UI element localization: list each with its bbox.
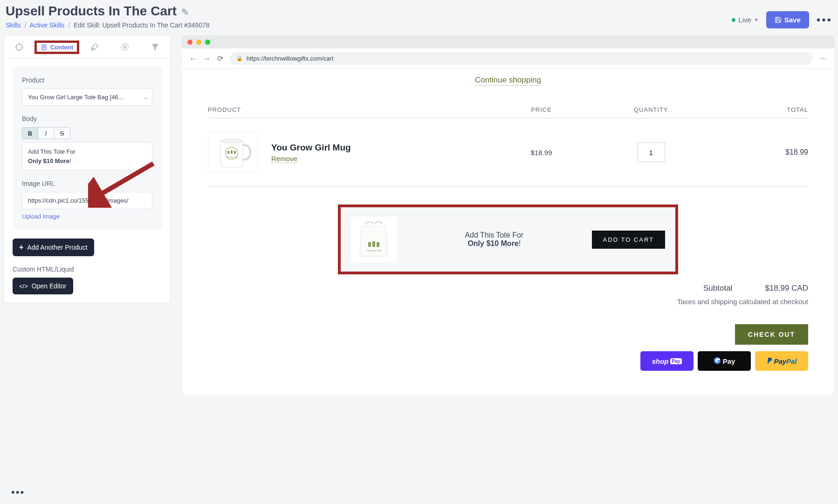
svg-text:You Grow Girl: You Grow Girl [226,156,238,158]
back-icon[interactable]: ← [189,54,197,63]
body-line2-tail: ! [69,157,71,164]
address-bar[interactable]: 🔒 https://birchnwillowgifts.com/cart [230,52,813,65]
window-close-icon[interactable] [187,40,192,45]
product-select-value: You Grow Girl Large Tote Bag [46... [22,89,152,106]
rte-body-input[interactable]: Add This Tote For Only $10 More! [22,142,152,170]
svg-rect-15 [231,150,233,154]
product-form-section: Product You Grow Girl Large Tote Bag [46… [13,67,162,229]
product-select[interactable]: You Grow Girl Large Tote Bag [46... ⌄ [22,89,152,106]
add-another-label: Add Another Product [27,244,87,251]
page-title-text: Upsell Products In The Cart [6,4,177,18]
image-url-input[interactable] [22,192,152,209]
upsell-line1: Add This Tote For [397,231,592,239]
plus-icon: + [19,243,23,252]
google-pay-button[interactable]: Pay [698,351,751,371]
body-line2-strong: Only $10 More [28,157,69,164]
continue-shopping-wrapper: Continue shopping [208,75,808,85]
paypal-pay-label: Pay [774,357,786,365]
status-dot-icon [732,18,735,22]
cart-table-header: PRODUCT PRICE QUANTITY TOTAL [208,102,808,118]
save-button[interactable]: Save [766,11,809,28]
breadcrumb-sep: / [68,21,70,29]
breadcrumb-active-skills[interactable]: Active Skills [30,21,65,29]
status-dropdown[interactable]: Live ▼ [732,16,758,24]
tab-targeting[interactable] [4,36,34,58]
upsell-image[interactable]: You Grow Girl [351,217,397,262]
qty-cell [589,143,713,162]
subtotal-label: Subtotal [703,284,732,293]
gpay-label: Pay [723,357,735,365]
svg-point-9 [91,48,93,51]
browser-frame: ← → ⟳ 🔒 https://birchnwillowgifts.com/ca… [182,35,834,395]
tab-settings[interactable] [110,36,140,58]
paypal-icon [766,358,772,365]
upload-image-link[interactable]: Upload Image [22,213,60,220]
crosshair-icon [14,42,24,52]
svg-text:You Grow Girl: You Grow Girl [367,249,381,252]
paypal-pal-label: Pal [786,357,797,365]
continue-shopping-link[interactable]: Continue shopping [475,75,541,86]
edit-title-icon[interactable]: ✎ [181,7,189,17]
quantity-input[interactable] [637,143,665,162]
reload-icon[interactable]: ⟳ [217,54,223,63]
body-label: Body [22,115,152,123]
cart-table: PRODUCT PRICE QUANTITY TOTAL [208,102,808,187]
add-another-product-button[interactable]: + Add Another Product [13,238,94,256]
code-icon: </> [19,283,28,290]
product-image[interactable]: You Grow Girl [208,132,258,172]
upsell-text: Add This Tote For Only $10 More! [397,231,592,248]
product-cell: You Grow Girl You Grow Girl Mug Remove [208,132,494,172]
sidebar-tabs: Content [4,35,171,59]
tab-design[interactable] [79,36,110,58]
content-tab-highlight: Content [34,41,79,54]
main-layout: Content Product You Grow Girl Large Tote… [0,35,838,395]
breadcrumb-skills[interactable]: Skills [6,21,21,29]
chevron-down-icon: ⌄ [144,94,148,100]
svg-point-12 [220,139,243,143]
chevron-down-icon: ▼ [754,17,759,22]
preview-area: ← → ⟳ 🔒 https://birchnwillowgifts.com/ca… [182,35,834,395]
breadcrumb-sep: / [25,21,27,29]
tab-content-label: Content [50,44,73,51]
line-total: $18.99 [713,148,808,157]
bold-button[interactable]: B [22,128,38,139]
paypal-button[interactable]: PayPal [755,351,808,371]
header-right: Live ▼ Save ••• [732,11,832,28]
tab-filter[interactable] [140,36,170,58]
svg-point-0 [16,44,22,50]
more-menu-icon[interactable]: ••• [817,14,832,27]
col-quantity: QUANTITY [589,106,713,113]
add-to-cart-button[interactable]: ADD TO CART [592,231,665,249]
open-editor-button[interactable]: </> Open Editor [13,278,73,294]
checkout-button[interactable]: CHECK OUT [735,324,808,345]
italic-button[interactable]: I [38,128,54,139]
tax-note: Taxes and shipping calculated at checkou… [208,298,808,306]
sidebar: Content Product You Grow Girl Large Tote… [4,35,171,395]
col-total: TOTAL [713,106,808,113]
window-minimize-icon[interactable] [196,40,201,45]
browser-toolbar: ← → ⟳ 🔒 https://birchnwillowgifts.com/ca… [182,48,834,69]
shop-pay-pill: Pay [670,358,682,364]
tab-content[interactable]: Content [34,36,79,58]
product-name: You Grow Girl Mug [271,143,351,153]
shop-pay-button[interactable]: shopPay [640,351,694,371]
breadcrumb-current: Edit Skill: Upsell Products In The Cart … [74,21,210,29]
browser-more-icon[interactable]: ⋯ [819,54,827,63]
header-left: Upsell Products In The Cart ✎ Skills / A… [6,4,210,29]
window-maximize-icon[interactable] [205,40,210,45]
strikethrough-button[interactable]: S [54,128,70,139]
svg-rect-14 [227,151,229,154]
express-pay-buttons: shopPay Pay PayPal [208,351,808,371]
forward-icon[interactable]: → [203,54,211,63]
save-icon [775,16,782,23]
svg-point-10 [124,46,126,48]
app-header: Upsell Products In The Cart ✎ Skills / A… [0,0,838,35]
cart-row: You Grow Girl You Grow Girl Mug Remove $… [208,118,808,187]
body-line1: Add This Tote For [28,148,76,155]
funnel-icon [151,42,160,52]
upsell-box: You Grow Girl Add This Tote For Only $10… [338,204,678,274]
save-label: Save [784,16,801,24]
svg-rect-19 [372,241,375,247]
lock-icon: 🔒 [236,55,243,61]
remove-link[interactable]: Remove [271,155,297,163]
